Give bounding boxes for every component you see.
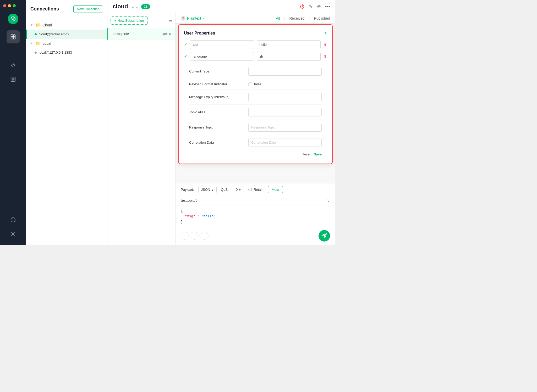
more-icon[interactable]: ••• [325, 4, 330, 9]
payload-format-value: JSON [201, 188, 210, 192]
filter-sep2: | [309, 16, 310, 20]
topic-alias-input[interactable] [248, 108, 322, 116]
topic-alias-row: Topic Alias [189, 105, 322, 120]
response-topic-input[interactable] [248, 123, 322, 132]
correlation-data-row: Correlation Data [189, 135, 322, 150]
format-label: Plaintext [187, 16, 201, 20]
filter-all[interactable]: All [276, 16, 280, 20]
collapse-icon[interactable]: ☰ [168, 18, 172, 23]
sidebar-item-settings[interactable] [7, 227, 20, 240]
chevron-down-icon: ∨ [211, 188, 214, 192]
content-type-row: Content Type [189, 64, 322, 79]
connection-title: cloud [113, 3, 128, 10]
folder-icon-local: 📁 [35, 41, 40, 46]
chevron-icon[interactable]: ∨ [327, 198, 330, 203]
minimize-button[interactable] [8, 4, 11, 7]
next-button[interactable]: → [201, 232, 209, 240]
response-topic-row: Response Topic [189, 120, 322, 135]
code-indent [181, 214, 185, 218]
prev-button[interactable]: ← [181, 232, 189, 240]
qos-select[interactable]: 0 ∨ [233, 186, 244, 193]
property-key-2[interactable] [190, 52, 254, 61]
connection-name-cloud: cloud@broker.emqx.... [39, 32, 73, 36]
new-subscription-button[interactable]: + New Subscription [111, 16, 148, 25]
format-chevron-icon: ∨ [203, 17, 205, 20]
topbar-right: ⏻ ✎ ⊕ ••• [300, 4, 330, 9]
retain-radio[interactable] [248, 188, 252, 191]
save-button[interactable]: Save [314, 152, 322, 156]
content-type-input[interactable] [248, 67, 322, 76]
form-actions: Reset Save [184, 150, 327, 158]
edit-icon[interactable]: ✎ [309, 4, 313, 9]
connection-name-local: local@127.0.0.1:1883 [39, 51, 72, 54]
question-icon: ? [181, 16, 185, 21]
svg-point-6 [12, 233, 14, 235]
sidebar-item-scripts[interactable] [7, 59, 20, 72]
sidebar-nav [0, 30, 26, 211]
payload-format-checkbox[interactable] [248, 82, 252, 86]
connection-item-cloud[interactable]: cloud@broker.emqx.... [26, 30, 107, 39]
content-area: + New Subscription ☰ testtopic/# QoS 0 ?… [107, 13, 335, 245]
sub-toolbar: + New Subscription ☰ [107, 13, 175, 28]
messages-area: ? Plaintext ∨ All | Received | Published… [176, 13, 335, 245]
group-local[interactable]: ▼ 📁 Local [26, 39, 107, 48]
brace-close: } [181, 220, 183, 224]
retain-label-text: Retain [254, 188, 264, 192]
topic-input[interactable] [181, 198, 327, 203]
sidebar-item-add[interactable] [7, 44, 20, 58]
user-property-row-2: ✓ 🗑 [184, 52, 327, 61]
add-window-icon[interactable]: ⊕ [317, 4, 321, 9]
sidebar-item-connections[interactable] [7, 30, 20, 43]
sidebar-item-logs[interactable] [7, 73, 20, 86]
close-button[interactable] [3, 4, 6, 7]
chevron-right-icon-local: ▼ [30, 42, 33, 45]
reset-button[interactable]: Reset [302, 152, 311, 156]
code-line-2: "msg" : "hello" [181, 214, 330, 219]
topic-bar: ∨ [176, 196, 335, 205]
code-line-3: } [181, 219, 330, 225]
subscription-topic: testtopic/# [112, 32, 129, 36]
main-content: cloud ⌄⌄ 21 ⏻ ✎ ⊕ ••• + New Subscription… [107, 0, 335, 245]
sidebar [0, 0, 26, 245]
power-icon[interactable]: ⏻ [300, 4, 305, 9]
property-value-1[interactable] [257, 40, 321, 49]
message-expiry-row: Message Expiry Interval(s) [189, 89, 322, 105]
code-colon: : [197, 214, 201, 218]
property-key-1[interactable] [190, 40, 254, 49]
new-collection-button[interactable]: New Collection [73, 5, 103, 13]
sidebar-item-info[interactable] [7, 213, 20, 226]
subscription-qos: QoS 0 [161, 32, 171, 36]
folder-icon: 📁 [35, 23, 40, 27]
code-editor[interactable]: { "msg" : "hello" } [176, 205, 335, 228]
filter-sep1: | [284, 16, 285, 20]
nav-arrows: ← − → [181, 232, 209, 240]
chevron-down-icon[interactable]: ⌄⌄ [131, 4, 139, 9]
qos-value: 0 [236, 188, 238, 192]
subscription-item[interactable]: testtopic/# QoS 0 [107, 28, 175, 40]
meta-button[interactable]: Meta [268, 186, 283, 193]
delete-property-1[interactable]: 🗑 [323, 43, 327, 47]
check-icon-1: ✓ [184, 42, 187, 47]
correlation-data-input[interactable] [248, 138, 322, 147]
connection-item-local[interactable]: local@127.0.0.1:1883 [26, 48, 107, 57]
check-icon-2: ✓ [184, 54, 187, 59]
message-expiry-label: Message Expiry Interval(s) [189, 95, 244, 99]
chevron-right-icon: ▼ [30, 24, 33, 26]
message-expiry-input[interactable] [248, 93, 322, 101]
retain-toggle[interactable]: Retain [248, 188, 264, 192]
connections-panel: Connections New Collection ▼ 📁 Cloud clo… [26, 0, 107, 245]
property-value-2[interactable] [257, 52, 321, 61]
maximize-button[interactable] [13, 4, 16, 7]
filter-published[interactable]: Published [314, 16, 330, 20]
filter-received[interactable]: Received [289, 16, 304, 20]
send-controls: ← − → [176, 228, 335, 245]
traffic-lights [0, 4, 16, 7]
payload-label: Payload: [181, 188, 194, 192]
format-selector[interactable]: ? Plaintext ∨ [181, 16, 205, 21]
minus-button[interactable]: − [191, 232, 199, 240]
payload-format-select[interactable]: JSON ∨ [198, 186, 217, 193]
group-cloud[interactable]: ▼ 📁 Cloud [26, 20, 107, 30]
send-button[interactable] [319, 230, 330, 242]
delete-property-2[interactable]: 🗑 [323, 54, 327, 59]
add-property-button[interactable]: + [324, 30, 327, 36]
